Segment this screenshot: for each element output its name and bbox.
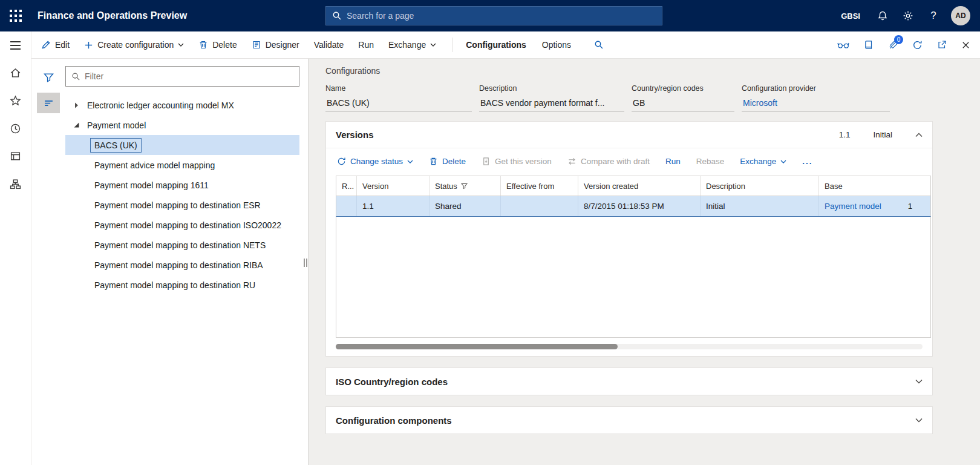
tab-configurations[interactable]: Configurations <box>466 40 526 50</box>
column-header-version[interactable]: Version <box>357 176 430 196</box>
panel-splitter[interactable] <box>304 259 307 267</box>
filter-funnel-icon[interactable] <box>37 67 60 88</box>
app-launcher-button[interactable] <box>0 0 31 31</box>
tree-list-toggle[interactable] <box>37 93 60 113</box>
designer-label: Designer <box>266 40 299 50</box>
forms-button[interactable] <box>0 142 31 170</box>
recent-button[interactable] <box>0 114 31 142</box>
compare-with-draft-button[interactable]: Compare with draft <box>567 157 650 166</box>
app-title: Finance and Operations Preview <box>38 10 187 21</box>
designer-button[interactable]: Designer <box>252 40 299 50</box>
more-commands-button[interactable]: ... <box>802 157 812 166</box>
exchange-label: Exchange <box>388 40 426 50</box>
more-label: ... <box>802 157 812 166</box>
hamburger-icon <box>10 41 21 50</box>
search-icon <box>71 72 80 81</box>
tree-item[interactable]: Payment model mapping to destination ESR <box>65 195 299 215</box>
column-header-description[interactable]: Description <box>701 176 819 196</box>
create-configuration-button[interactable]: Create configuration <box>84 40 184 50</box>
versions-delete-button[interactable]: Delete <box>429 157 466 166</box>
tree-node-collapsed[interactable]: Electronic ledger accounting model MX <box>65 95 299 115</box>
chevron-down-icon[interactable] <box>915 379 923 384</box>
versions-exchange-button[interactable]: Exchange <box>740 157 786 166</box>
run-label: Run <box>358 40 374 50</box>
favorites-button[interactable] <box>0 87 31 114</box>
settings-gear-icon[interactable] <box>895 0 921 31</box>
tree-item[interactable]: Payment model mapping to destination RU <box>65 275 299 295</box>
tree-item[interactable]: Payment model mapping to destination ISO… <box>65 215 299 235</box>
home-button[interactable] <box>0 59 31 87</box>
help-icon[interactable]: ? <box>921 0 946 31</box>
change-status-button[interactable]: Change status <box>337 157 413 166</box>
global-search-input[interactable] <box>347 11 656 21</box>
topbar: Finance and Operations Preview GBSI ? AD <box>0 0 980 31</box>
rebase-button[interactable]: Rebase <box>696 157 725 166</box>
edit-button[interactable]: Edit <box>41 40 70 50</box>
notifications-bell-icon[interactable] <box>870 0 895 31</box>
tree-item[interactable]: Payment model mapping to destination NET… <box>65 235 299 255</box>
search-icon <box>332 11 342 21</box>
tree-main: Electronic ledger accounting model MX Pa… <box>65 59 308 465</box>
global-search[interactable] <box>325 6 662 25</box>
horizontal-scrollbar-thumb[interactable] <box>336 344 618 349</box>
action-pane-search-icon[interactable] <box>594 40 604 50</box>
tree-item[interactable]: Payment advice model mapping <box>65 155 299 175</box>
options-button[interactable]: Options <box>542 40 571 50</box>
delete-button[interactable]: Delete <box>198 40 237 50</box>
validate-button[interactable]: Validate <box>314 40 344 50</box>
run-button[interactable]: Run <box>358 40 374 50</box>
versions-summary-version: 1.1 <box>839 130 851 139</box>
base-model-link[interactable]: Payment model <box>825 202 881 211</box>
horizontal-scrollbar[interactable] <box>336 344 923 349</box>
change-status-icon <box>337 157 346 166</box>
book-icon[interactable] <box>864 40 874 50</box>
tree-node-expanded[interactable]: Payment model <box>65 115 299 135</box>
column-header-base[interactable]: Base <box>819 176 930 196</box>
tree-filter-box[interactable] <box>65 66 299 87</box>
cell-version: 1.1 <box>357 196 430 216</box>
section-iso-country-region-codes[interactable]: ISO Country/region codes <box>325 368 933 395</box>
versions-section-header[interactable]: Versions 1.1 Initial <box>326 122 932 148</box>
field-value-name[interactable]: BACS (UK) <box>325 98 472 111</box>
open-new-window-icon[interactable] <box>937 40 947 50</box>
trash-icon <box>429 157 438 166</box>
action-pane-right-icons: 0 <box>837 40 970 50</box>
tree-filter-input[interactable] <box>85 71 293 81</box>
tree-item-label: Payment model mapping to destination NET… <box>94 240 266 250</box>
field-value-description[interactable]: BACS vendor payment format f... <box>479 98 624 111</box>
header-fields: Name BACS (UK) Description BACS vendor p… <box>325 84 933 111</box>
refresh-icon[interactable] <box>912 40 923 50</box>
tree-item[interactable]: Payment model mapping to destination RIB… <box>65 255 299 275</box>
versions-run-button[interactable]: Run <box>665 157 681 166</box>
create-configuration-label: Create configuration <box>97 40 174 50</box>
exchange-button[interactable]: Exchange <box>388 40 436 50</box>
close-icon[interactable] <box>961 41 970 50</box>
versions-grid: R... Version Status Effective from Versi… <box>336 176 931 338</box>
workspaces-button[interactable] <box>0 170 31 198</box>
avatar[interactable]: AD <box>951 6 970 25</box>
company-picker[interactable]: GBSI <box>831 12 870 21</box>
column-header-status[interactable]: Status <box>430 176 501 196</box>
versions-grid-row-selected[interactable]: 1.1 Shared 8/7/2015 01:18:53 PM Initial … <box>336 196 931 217</box>
field-label: Name <box>325 84 472 93</box>
nav-expand-button[interactable] <box>0 31 31 59</box>
glasses-icon[interactable] <box>837 41 849 49</box>
column-header-version-created[interactable]: Version created <box>578 176 701 196</box>
versions-title: Versions <box>336 130 374 140</box>
chevron-down-icon[interactable] <box>915 418 923 423</box>
row-select-cell[interactable] <box>336 196 357 216</box>
section-configuration-components[interactable]: Configuration components <box>325 406 933 434</box>
field-value-country-codes[interactable]: GB <box>632 98 734 111</box>
chevron-up-icon[interactable] <box>915 133 923 137</box>
tree-item[interactable]: Payment model mapping 1611 <box>65 175 299 195</box>
field-value-provider-link[interactable]: Microsoft <box>742 98 890 111</box>
column-header-effective-from[interactable]: Effective from <box>501 176 578 196</box>
attachments-icon[interactable]: 0 <box>888 40 898 50</box>
versions-summary-status: Initial <box>873 130 892 139</box>
versions-grid-empty-area <box>336 217 931 338</box>
tree-item-bacs-uk[interactable]: BACS (UK) <box>65 135 299 155</box>
options-label: Options <box>542 40 571 50</box>
tree-tools-column <box>31 59 65 465</box>
get-this-version-button[interactable]: Get this version <box>482 157 552 166</box>
column-header-select[interactable]: R... <box>336 176 357 196</box>
